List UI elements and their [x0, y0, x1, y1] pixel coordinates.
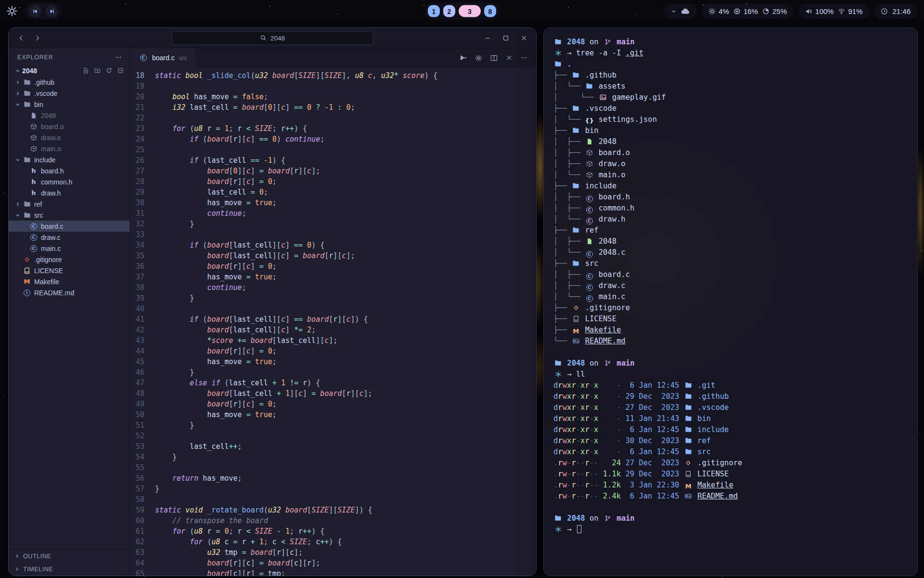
code-line-23[interactable]: 23 for (u8 r = 1; r < SIZE; r++) {: [130, 123, 536, 134]
code-line-31[interactable]: 31 continue;: [130, 208, 536, 219]
explorer-item-2048[interactable]: 2048: [9, 110, 129, 121]
workspace-1[interactable]: 1: [428, 5, 440, 17]
code-line-57[interactable]: 57}: [130, 484, 536, 494]
code-line-52[interactable]: 52: [130, 431, 536, 441]
code-line-21[interactable]: 21 i32 last_cell = board[0][c] == 0 ? -1…: [130, 102, 536, 113]
code-line-38[interactable]: 38 continue;: [130, 282, 536, 293]
system-stats-widget[interactable]: 4% 16% 25%: [702, 4, 794, 19]
code-line-18[interactable]: 18static bool _slide_col(u32 board[SIZE]…: [130, 70, 536, 81]
minimize-icon[interactable]: [484, 35, 491, 41]
split-editor-icon[interactable]: [490, 54, 498, 62]
code-line-48[interactable]: 48 board[last_cell + 1][c] = board[r][c]…: [130, 388, 536, 399]
maximize-icon[interactable]: [502, 35, 509, 41]
code-line-24[interactable]: 24 if (board[r][c] == 0) continue;: [130, 134, 536, 144]
weather-widget[interactable]: [664, 4, 697, 19]
code-line-41[interactable]: 41 if (board[last_cell][c] == board[r][c…: [130, 314, 536, 325]
code-line-28[interactable]: 28 board[r][c] = 0;: [130, 176, 536, 187]
code-line-39[interactable]: 39 }: [130, 293, 536, 303]
code-line-62[interactable]: 62 for (u8 c = r + 1; c < SIZE; c++) {: [130, 537, 536, 547]
timeline-section[interactable]: TIMELINE: [9, 563, 129, 576]
system-logo-icon[interactable]: [7, 6, 17, 16]
code-line-37[interactable]: 37 has_move = true;: [130, 272, 536, 282]
code-line-60[interactable]: 60 // transpose the board: [130, 515, 536, 526]
explorer-item-src[interactable]: src: [9, 210, 129, 221]
explorer-item-draw.o[interactable]: draw.o: [9, 132, 129, 143]
back-icon[interactable]: [17, 34, 25, 42]
code-line-61[interactable]: 61 for (u8 r = 0; r < SIZE - 1; r++) {: [130, 526, 536, 537]
explorer-item-main.o[interactable]: main.o: [9, 143, 129, 154]
code-line-19[interactable]: 19: [130, 81, 536, 92]
code-line-25[interactable]: 25: [130, 144, 536, 155]
more-actions-icon[interactable]: [521, 54, 527, 61]
media-next-button[interactable]: [45, 5, 58, 17]
code-line-45[interactable]: 45 has_move = true;: [130, 356, 536, 367]
media-previous-button[interactable]: [29, 5, 41, 17]
outline-section[interactable]: OUTLINE: [9, 550, 129, 563]
code-line-34[interactable]: 34 if (board[last_cell][c] == 0) {: [130, 240, 536, 250]
code-line-53[interactable]: 53 last_cell++;: [130, 441, 536, 452]
explorer-item-common.h[interactable]: hcommon.h: [9, 176, 129, 187]
code-line-33[interactable]: 33: [130, 229, 536, 240]
explorer-item-main.c[interactable]: Cmain.c: [9, 243, 129, 254]
new-file-icon[interactable]: [83, 67, 89, 74]
code-line-49[interactable]: 49 board[r][c] = 0;: [130, 399, 536, 409]
code-line-32[interactable]: 32 }: [130, 219, 536, 229]
code-line-65[interactable]: 65 board[c][r] = tmp;: [130, 568, 536, 576]
workspace-8[interactable]: 8: [484, 5, 496, 17]
refresh-icon[interactable]: [106, 67, 112, 74]
explorer-item-README.md[interactable]: iREADME.md: [9, 287, 129, 298]
explorer-root-folder[interactable]: 2048: [9, 65, 129, 77]
code-line-44[interactable]: 44 board[r][c] = 0;: [130, 346, 536, 356]
command-center-search[interactable]: 2048: [171, 31, 373, 45]
audio-network-widget[interactable]: 100% 91%: [798, 4, 869, 19]
code-line-55[interactable]: 55: [130, 462, 536, 473]
code-line-35[interactable]: 35 board[last_cell][c] = board[r][c];: [130, 250, 536, 261]
collapse-all-icon[interactable]: [117, 67, 124, 74]
explorer-item-board.h[interactable]: hboard.h: [9, 165, 129, 176]
code-line-56[interactable]: 56 return has_move;: [130, 473, 536, 484]
code-editor[interactable]: 18static bool _slide_col(u32 board[SIZE]…: [130, 67, 536, 576]
settings-gear-icon[interactable]: [475, 54, 482, 62]
code-line-51[interactable]: 51 }: [130, 420, 536, 431]
tab-board-c[interactable]: C board.c src: [130, 48, 196, 67]
code-line-36[interactable]: 36 board[r][c] = 0;: [130, 261, 536, 272]
explorer-item-board.c[interactable]: Cboard.c: [9, 221, 129, 232]
explorer-item-ref[interactable]: ref: [9, 198, 129, 210]
code-line-63[interactable]: 63 u32 tmp = board[r][c];: [130, 547, 536, 558]
terminal-window[interactable]: 2048 on main → tree -a -I .git .├── .git…: [543, 27, 918, 576]
explorer-item-bin[interactable]: bin: [9, 99, 129, 110]
close-editor-icon[interactable]: [506, 54, 513, 61]
code-line-43[interactable]: 43 *score += board[last_cell][c];: [130, 335, 536, 346]
workspace-2[interactable]: 2: [443, 5, 455, 17]
clock-widget[interactable]: 21:46: [874, 4, 917, 19]
explorer-item-LICENSE[interactable]: LICENSE: [9, 265, 129, 276]
close-icon[interactable]: [521, 35, 527, 41]
code-line-29[interactable]: 29 last_cell = 0;: [130, 187, 536, 197]
code-line-27[interactable]: 27 board[0][c] = board[r][c];: [130, 166, 536, 176]
forward-icon[interactable]: [34, 34, 41, 42]
explorer-item-include[interactable]: include: [9, 154, 129, 165]
code-line-59[interactable]: 59static void _rotate_board(u32 board[SI…: [130, 505, 536, 515]
explorer-item-.vscode[interactable]: .vscode: [9, 88, 129, 99]
new-folder-icon[interactable]: [94, 67, 101, 74]
code-line-26[interactable]: 26 if (last_cell == -1) {: [130, 155, 536, 166]
run-button[interactable]: [459, 54, 467, 62]
code-line-46[interactable]: 46 }: [130, 367, 536, 378]
code-line-47[interactable]: 47 else if (last_cell + 1 != r) {: [130, 378, 536, 388]
explorer-item-draw.c[interactable]: Cdraw.c: [9, 232, 129, 243]
code-line-64[interactable]: 64 board[r][c] = board[c][r];: [130, 558, 536, 568]
code-line-42[interactable]: 42 board[last_cell][c] *= 2;: [130, 325, 536, 335]
explorer-item-.gitignore[interactable]: .gitignore: [9, 254, 129, 265]
code-line-30[interactable]: 30 has_move = true;: [130, 197, 536, 208]
code-line-40[interactable]: 40: [130, 303, 536, 314]
code-line-54[interactable]: 54 }: [130, 452, 536, 462]
code-line-22[interactable]: 22: [130, 113, 536, 123]
code-line-50[interactable]: 50 has_move = true;: [130, 409, 536, 420]
explorer-item-.github[interactable]: .github: [9, 77, 129, 88]
explorer-item-Makefile[interactable]: MMakefile: [9, 276, 129, 287]
code-line-20[interactable]: 20 bool has_move = false;: [130, 92, 536, 102]
explorer-item-draw.h[interactable]: hdraw.h: [9, 187, 129, 198]
more-actions-icon[interactable]: [115, 54, 122, 61]
code-line-58[interactable]: 58: [130, 494, 536, 505]
explorer-item-board.o[interactable]: board.o: [9, 121, 129, 132]
